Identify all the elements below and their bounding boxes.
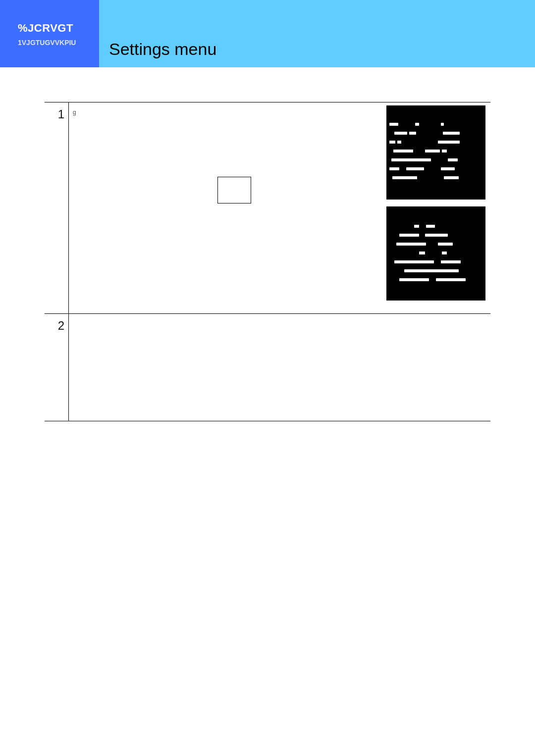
outline-box	[217, 177, 251, 203]
step-body: g	[69, 102, 491, 314]
step-number: 1	[45, 102, 69, 314]
page-banner: %JCRVGT 1VJGTUGVVKPIU Settings menu	[0, 0, 535, 67]
screenshot-thumbnail	[386, 105, 485, 200]
table-bottom-rule	[45, 421, 490, 422]
chapter-badge: %JCRVGT 1VJGTUGVVKPIU	[0, 0, 99, 67]
content-area: 1 g	[45, 102, 490, 421]
step-body	[69, 314, 491, 421]
page-title: Settings menu	[109, 40, 216, 59]
screenshot-thumbnail	[386, 206, 485, 301]
step-number: 2	[45, 314, 69, 421]
chapter-label: %JCRVGT	[18, 22, 99, 35]
step-row: 2	[45, 314, 490, 421]
chapter-sub-label: 1VJGTUGVVKPIU	[18, 39, 99, 47]
step-text: g	[73, 109, 76, 116]
steps-table: 1 g	[45, 102, 490, 421]
step-row: 1 g	[45, 102, 490, 314]
